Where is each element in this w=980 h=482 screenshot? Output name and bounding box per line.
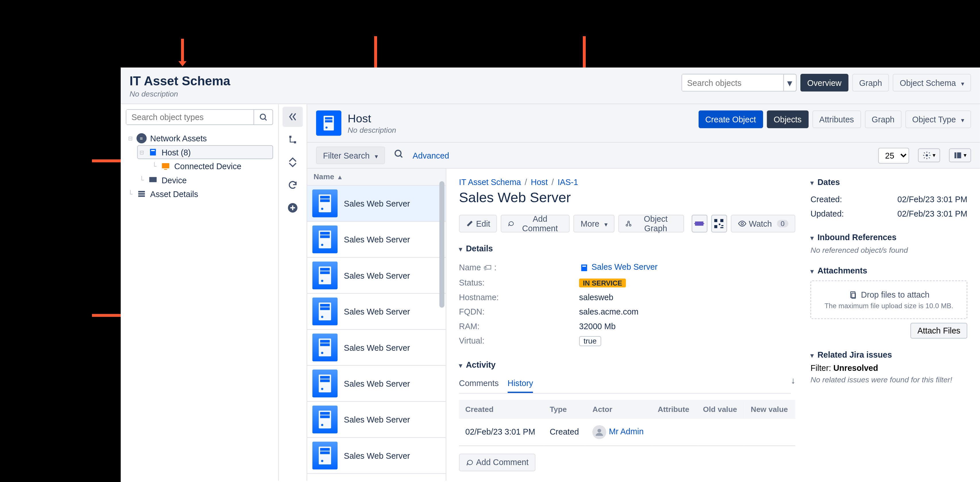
list-item[interactable]: Sales Web Server <box>307 294 446 330</box>
attachments-header[interactable]: Attachments <box>810 266 967 276</box>
search-icon[interactable] <box>253 110 272 124</box>
search-object-types-input[interactable] <box>126 110 253 124</box>
list-item[interactable]: Sales Web Server <box>307 258 446 293</box>
add-comment-button[interactable]: Add Comment <box>501 215 570 233</box>
objects-tab-button[interactable]: Objects <box>767 111 808 128</box>
list-item[interactable]: Sales Web Server <box>307 330 446 366</box>
tab-comments[interactable]: Comments <box>459 374 499 393</box>
svg-rect-47 <box>320 412 329 415</box>
sort-desc-icon[interactable]: ↓ <box>791 375 795 387</box>
tree-item-host[interactable]: ⊟ Host (8) <box>137 145 273 159</box>
tree-tool-collapse-all[interactable] <box>283 152 302 172</box>
app-window: IT Asset Schema No description ▾ Overvie… <box>121 68 980 482</box>
jira-empty-text: No related issues were found for this fi… <box>810 375 967 384</box>
svg-point-25 <box>321 208 323 210</box>
sort-asc-icon: ▲ <box>337 173 343 181</box>
qrcode-button[interactable] <box>711 215 727 233</box>
svg-rect-52 <box>320 452 329 454</box>
advanced-link[interactable]: Advanced <box>413 151 449 160</box>
svg-point-17 <box>395 150 401 156</box>
list-item[interactable]: Sales Web Server <box>307 222 446 258</box>
graph-button[interactable]: Graph <box>852 74 889 92</box>
object-graph-button[interactable]: Object Graph <box>618 215 684 233</box>
tree-tool-refresh[interactable] <box>283 175 302 195</box>
sidebar-toolstrip <box>279 104 307 481</box>
layout-dropdown[interactable]: ▾ <box>949 149 971 162</box>
tree-item-asset-details[interactable]: └ Asset Details <box>126 187 273 201</box>
svg-rect-60 <box>714 219 718 222</box>
watch-button[interactable]: Watch 0 <box>730 215 795 233</box>
list-scrollbar[interactable] <box>439 181 445 308</box>
server-icon <box>312 333 338 362</box>
create-object-button[interactable]: Create Object <box>698 111 763 128</box>
filter-bar: Filter Search Advanced 25 ▾ ▾ <box>307 143 980 169</box>
content-area: Host No description Create Object Object… <box>307 104 980 481</box>
graph-tab-button[interactable]: Graph <box>865 111 902 128</box>
attachment-dropzone[interactable]: Drop files to attach The maximum file up… <box>810 281 967 319</box>
list-item[interactable]: Sales Web Server <box>307 402 446 438</box>
svg-rect-48 <box>320 415 329 418</box>
tab-history[interactable]: History <box>508 374 533 393</box>
crumb-type[interactable]: Host <box>531 178 548 187</box>
svg-rect-61 <box>721 219 724 222</box>
tree-item-device[interactable]: └ Device <box>137 173 273 187</box>
svg-line-18 <box>400 155 402 157</box>
object-type-description: No description <box>348 125 396 134</box>
svg-rect-7 <box>138 191 145 192</box>
schema-title: IT Asset Schema <box>130 74 231 89</box>
object-schema-button[interactable]: Object Schema <box>892 74 971 92</box>
list-item-label: Sales Web Server <box>344 307 410 316</box>
svg-rect-63 <box>719 224 720 225</box>
activity-section-header[interactable]: Activity <box>459 360 795 369</box>
add-comment-button-bottom[interactable]: Add Comment <box>459 453 535 471</box>
svg-rect-57 <box>695 222 703 226</box>
overview-button[interactable]: Overview <box>800 74 849 92</box>
name-link[interactable]: Sales Web Server <box>592 262 657 272</box>
crumb-id[interactable]: IAS-1 <box>558 178 578 187</box>
search-dropdown-toggle[interactable]: ▾ <box>783 75 796 91</box>
page-size-select[interactable]: 25 <box>878 147 909 163</box>
settings-dropdown[interactable]: ▾ <box>918 149 940 162</box>
graph-icon <box>625 220 632 227</box>
more-button[interactable]: More <box>574 215 614 233</box>
tree-item-connected-device[interactable]: └ Connected Device <box>150 159 273 173</box>
inbound-refs-header[interactable]: Inbound References <box>810 232 967 242</box>
list-item[interactable]: Sales Web Server <box>307 438 446 474</box>
comment-icon <box>466 458 473 466</box>
svg-rect-6 <box>149 177 157 182</box>
search-objects-input[interactable] <box>682 75 783 91</box>
annotation-arrow-4 <box>92 159 125 162</box>
tree-tool-hierarchy[interactable] <box>283 130 302 150</box>
details-section-header[interactable]: Details <box>459 244 795 253</box>
print-button[interactable] <box>692 215 707 233</box>
actor-link[interactable]: Mr Admin <box>609 427 644 436</box>
svg-rect-58 <box>694 223 696 224</box>
svg-rect-8 <box>138 193 145 195</box>
tree-tool-add[interactable] <box>283 198 302 218</box>
tree-item-network-assets[interactable]: ⊟ ≡ Network Assets <box>126 131 273 145</box>
crumb-schema[interactable]: IT Asset Schema <box>459 178 521 187</box>
svg-point-33 <box>321 280 323 282</box>
attach-files-button[interactable]: Attach Files <box>910 323 967 339</box>
svg-point-49 <box>321 424 323 426</box>
detail-side-panel: Dates Created:02/Feb/23 3:01 PM Updated:… <box>810 178 967 472</box>
svg-point-53 <box>321 460 323 462</box>
list-item[interactable]: Sales Web Server <box>307 366 446 401</box>
svg-point-45 <box>321 388 323 390</box>
jira-issues-header[interactable]: Related Jira issues <box>810 350 967 359</box>
attributes-tab-button[interactable]: Attributes <box>812 111 861 128</box>
history-table: Created Type Actor Attribute Old value N… <box>459 400 795 446</box>
collapse-sidebar-button[interactable] <box>283 106 302 127</box>
filter-search-icon[interactable] <box>394 149 404 162</box>
dates-section-header[interactable]: Dates <box>810 178 967 187</box>
edit-button[interactable]: Edit <box>459 215 497 233</box>
svg-point-29 <box>321 244 323 246</box>
svg-rect-65 <box>721 227 724 228</box>
svg-rect-5 <box>164 169 167 170</box>
list-item-label: Sales Web Server <box>344 379 410 388</box>
filter-search-button[interactable]: Filter Search <box>316 146 385 164</box>
device-icon <box>148 175 158 185</box>
object-type-dropdown[interactable]: Object Type <box>905 111 971 128</box>
list-column-header[interactable]: Name ▲ <box>307 169 446 186</box>
list-item[interactable]: Sales Web Server <box>307 186 446 222</box>
